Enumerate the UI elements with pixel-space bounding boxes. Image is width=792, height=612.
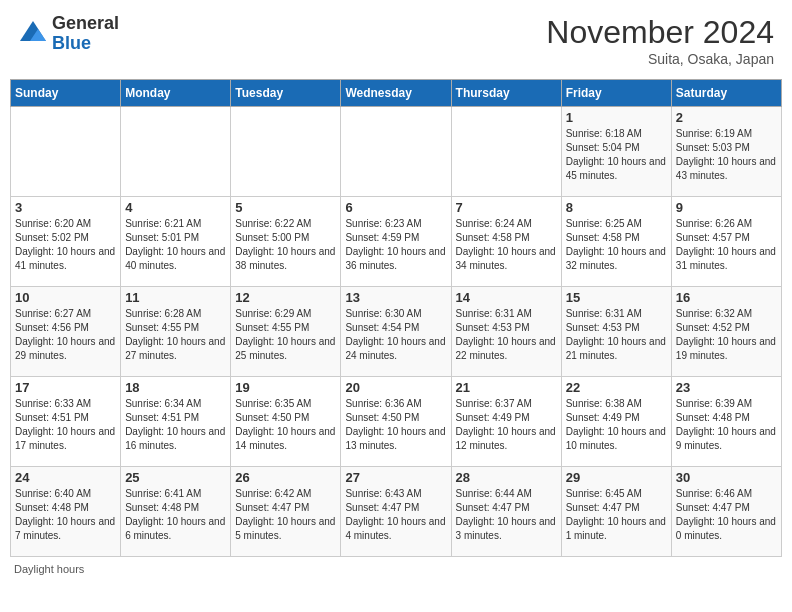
- day-header-saturday: Saturday: [671, 80, 781, 107]
- week-row-4: 17Sunrise: 6:33 AM Sunset: 4:51 PM Dayli…: [11, 377, 782, 467]
- day-info: Sunrise: 6:23 AM Sunset: 4:59 PM Dayligh…: [345, 217, 446, 273]
- day-number: 6: [345, 200, 446, 215]
- day-header-sunday: Sunday: [11, 80, 121, 107]
- day-info: Sunrise: 6:39 AM Sunset: 4:48 PM Dayligh…: [676, 397, 777, 453]
- calendar-cell: 1Sunrise: 6:18 AM Sunset: 5:04 PM Daylig…: [561, 107, 671, 197]
- day-info: Sunrise: 6:40 AM Sunset: 4:48 PM Dayligh…: [15, 487, 116, 543]
- week-row-5: 24Sunrise: 6:40 AM Sunset: 4:48 PM Dayli…: [11, 467, 782, 557]
- calendar-cell: 23Sunrise: 6:39 AM Sunset: 4:48 PM Dayli…: [671, 377, 781, 467]
- day-info: Sunrise: 6:25 AM Sunset: 4:58 PM Dayligh…: [566, 217, 667, 273]
- day-number: 19: [235, 380, 336, 395]
- day-info: Sunrise: 6:32 AM Sunset: 4:52 PM Dayligh…: [676, 307, 777, 363]
- day-number: 29: [566, 470, 667, 485]
- day-info: Sunrise: 6:30 AM Sunset: 4:54 PM Dayligh…: [345, 307, 446, 363]
- day-info: Sunrise: 6:33 AM Sunset: 4:51 PM Dayligh…: [15, 397, 116, 453]
- calendar-cell: 18Sunrise: 6:34 AM Sunset: 4:51 PM Dayli…: [121, 377, 231, 467]
- day-number: 8: [566, 200, 667, 215]
- calendar-cell: 19Sunrise: 6:35 AM Sunset: 4:50 PM Dayli…: [231, 377, 341, 467]
- day-info: Sunrise: 6:34 AM Sunset: 4:51 PM Dayligh…: [125, 397, 226, 453]
- day-number: 1: [566, 110, 667, 125]
- calendar-cell: 4Sunrise: 6:21 AM Sunset: 5:01 PM Daylig…: [121, 197, 231, 287]
- day-number: 10: [15, 290, 116, 305]
- day-number: 23: [676, 380, 777, 395]
- day-info: Sunrise: 6:24 AM Sunset: 4:58 PM Dayligh…: [456, 217, 557, 273]
- day-info: Sunrise: 6:26 AM Sunset: 4:57 PM Dayligh…: [676, 217, 777, 273]
- calendar-cell: 27Sunrise: 6:43 AM Sunset: 4:47 PM Dayli…: [341, 467, 451, 557]
- calendar-cell: 15Sunrise: 6:31 AM Sunset: 4:53 PM Dayli…: [561, 287, 671, 377]
- calendar-cell: 24Sunrise: 6:40 AM Sunset: 4:48 PM Dayli…: [11, 467, 121, 557]
- calendar-cell: [121, 107, 231, 197]
- day-number: 28: [456, 470, 557, 485]
- day-number: 13: [345, 290, 446, 305]
- calendar-cell: 12Sunrise: 6:29 AM Sunset: 4:55 PM Dayli…: [231, 287, 341, 377]
- day-info: Sunrise: 6:29 AM Sunset: 4:55 PM Dayligh…: [235, 307, 336, 363]
- daylight-hours-label: Daylight hours: [14, 563, 84, 575]
- day-number: 12: [235, 290, 336, 305]
- calendar-cell: 25Sunrise: 6:41 AM Sunset: 4:48 PM Dayli…: [121, 467, 231, 557]
- day-header-tuesday: Tuesday: [231, 80, 341, 107]
- logo-general-text: General: [52, 14, 119, 34]
- day-number: 21: [456, 380, 557, 395]
- day-number: 30: [676, 470, 777, 485]
- day-number: 5: [235, 200, 336, 215]
- footer-note: Daylight hours: [10, 563, 782, 575]
- logo-icon: [18, 19, 48, 49]
- calendar-cell: 3Sunrise: 6:20 AM Sunset: 5:02 PM Daylig…: [11, 197, 121, 287]
- day-info: Sunrise: 6:36 AM Sunset: 4:50 PM Dayligh…: [345, 397, 446, 453]
- week-row-3: 10Sunrise: 6:27 AM Sunset: 4:56 PM Dayli…: [11, 287, 782, 377]
- day-number: 15: [566, 290, 667, 305]
- day-number: 2: [676, 110, 777, 125]
- day-number: 11: [125, 290, 226, 305]
- calendar-cell: 21Sunrise: 6:37 AM Sunset: 4:49 PM Dayli…: [451, 377, 561, 467]
- day-number: 16: [676, 290, 777, 305]
- calendar-cell: 6Sunrise: 6:23 AM Sunset: 4:59 PM Daylig…: [341, 197, 451, 287]
- calendar-cell: 9Sunrise: 6:26 AM Sunset: 4:57 PM Daylig…: [671, 197, 781, 287]
- calendar-cell: 26Sunrise: 6:42 AM Sunset: 4:47 PM Dayli…: [231, 467, 341, 557]
- day-number: 25: [125, 470, 226, 485]
- day-info: Sunrise: 6:22 AM Sunset: 5:00 PM Dayligh…: [235, 217, 336, 273]
- logo-blue-text: Blue: [52, 34, 119, 54]
- day-number: 27: [345, 470, 446, 485]
- day-number: 14: [456, 290, 557, 305]
- day-number: 20: [345, 380, 446, 395]
- day-number: 3: [15, 200, 116, 215]
- calendar-cell: 14Sunrise: 6:31 AM Sunset: 4:53 PM Dayli…: [451, 287, 561, 377]
- calendar-cell: 7Sunrise: 6:24 AM Sunset: 4:58 PM Daylig…: [451, 197, 561, 287]
- calendar-cell: 13Sunrise: 6:30 AM Sunset: 4:54 PM Dayli…: [341, 287, 451, 377]
- calendar-cell: 29Sunrise: 6:45 AM Sunset: 4:47 PM Dayli…: [561, 467, 671, 557]
- day-info: Sunrise: 6:21 AM Sunset: 5:01 PM Dayligh…: [125, 217, 226, 273]
- day-number: 9: [676, 200, 777, 215]
- day-info: Sunrise: 6:45 AM Sunset: 4:47 PM Dayligh…: [566, 487, 667, 543]
- page-header: General Blue November 2024 Suita, Osaka,…: [10, 10, 782, 71]
- calendar-body: 1Sunrise: 6:18 AM Sunset: 5:04 PM Daylig…: [11, 107, 782, 557]
- day-number: 18: [125, 380, 226, 395]
- day-info: Sunrise: 6:31 AM Sunset: 4:53 PM Dayligh…: [566, 307, 667, 363]
- calendar-cell: 11Sunrise: 6:28 AM Sunset: 4:55 PM Dayli…: [121, 287, 231, 377]
- calendar-cell: 2Sunrise: 6:19 AM Sunset: 5:03 PM Daylig…: [671, 107, 781, 197]
- calendar-cell: 16Sunrise: 6:32 AM Sunset: 4:52 PM Dayli…: [671, 287, 781, 377]
- location: Suita, Osaka, Japan: [546, 51, 774, 67]
- calendar-cell: [231, 107, 341, 197]
- calendar-cell: 28Sunrise: 6:44 AM Sunset: 4:47 PM Dayli…: [451, 467, 561, 557]
- day-info: Sunrise: 6:27 AM Sunset: 4:56 PM Dayligh…: [15, 307, 116, 363]
- day-info: Sunrise: 6:28 AM Sunset: 4:55 PM Dayligh…: [125, 307, 226, 363]
- calendar-cell: 10Sunrise: 6:27 AM Sunset: 4:56 PM Dayli…: [11, 287, 121, 377]
- calendar-cell: 8Sunrise: 6:25 AM Sunset: 4:58 PM Daylig…: [561, 197, 671, 287]
- week-row-1: 1Sunrise: 6:18 AM Sunset: 5:04 PM Daylig…: [11, 107, 782, 197]
- day-number: 22: [566, 380, 667, 395]
- day-info: Sunrise: 6:44 AM Sunset: 4:47 PM Dayligh…: [456, 487, 557, 543]
- calendar-header: SundayMondayTuesdayWednesdayThursdayFrid…: [11, 80, 782, 107]
- week-row-2: 3Sunrise: 6:20 AM Sunset: 5:02 PM Daylig…: [11, 197, 782, 287]
- day-info: Sunrise: 6:18 AM Sunset: 5:04 PM Dayligh…: [566, 127, 667, 183]
- day-header-wednesday: Wednesday: [341, 80, 451, 107]
- day-info: Sunrise: 6:38 AM Sunset: 4:49 PM Dayligh…: [566, 397, 667, 453]
- day-info: Sunrise: 6:43 AM Sunset: 4:47 PM Dayligh…: [345, 487, 446, 543]
- day-info: Sunrise: 6:35 AM Sunset: 4:50 PM Dayligh…: [235, 397, 336, 453]
- day-number: 17: [15, 380, 116, 395]
- day-info: Sunrise: 6:20 AM Sunset: 5:02 PM Dayligh…: [15, 217, 116, 273]
- day-info: Sunrise: 6:31 AM Sunset: 4:53 PM Dayligh…: [456, 307, 557, 363]
- day-info: Sunrise: 6:46 AM Sunset: 4:47 PM Dayligh…: [676, 487, 777, 543]
- day-info: Sunrise: 6:41 AM Sunset: 4:48 PM Dayligh…: [125, 487, 226, 543]
- calendar-cell: [11, 107, 121, 197]
- day-info: Sunrise: 6:42 AM Sunset: 4:47 PM Dayligh…: [235, 487, 336, 543]
